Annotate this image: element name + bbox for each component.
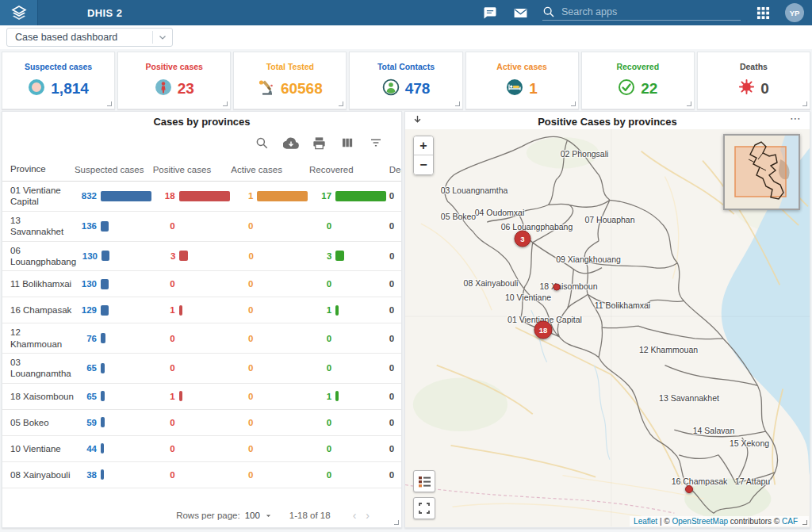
app-title: DHIS 2	[87, 7, 122, 19]
table-row: 03 Louangnamtha650000	[2, 354, 402, 384]
province-cell: 10 Vientiane	[2, 443, 75, 454]
value-bar	[101, 221, 109, 232]
mail-icon[interactable]	[512, 5, 528, 21]
kpi-title: Deaths	[740, 62, 768, 71]
search-apps-input[interactable]	[561, 6, 728, 17]
value-number: 0	[309, 334, 331, 343]
value-number: 0	[153, 444, 175, 454]
table-pagination: Rows per page: 100 1-18 of 18 ‹ ›	[176, 509, 374, 522]
table-columns-icon[interactable]	[340, 136, 355, 151]
map-title: Positive Cases by provinces	[405, 112, 810, 128]
recovered-cell: 0	[309, 418, 388, 427]
overview-minimap[interactable]	[723, 134, 800, 210]
card-resize-handle[interactable]	[571, 101, 576, 106]
active-cell: 0	[231, 444, 309, 454]
dashboard-bar: Case based dashboard	[0, 25, 812, 49]
value-number: 0	[231, 418, 253, 427]
osm-link[interactable]: OpenStreetMap	[672, 517, 728, 526]
search-icon	[542, 6, 555, 18]
value-bar	[101, 417, 105, 427]
dhis2-logo[interactable]	[0, 0, 38, 25]
case-cluster-marker[interactable]	[685, 485, 693, 493]
card-resize-handle[interactable]	[339, 101, 343, 106]
legend-list-icon	[418, 476, 431, 488]
map-legend-button[interactable]	[413, 470, 435, 492]
rows-per-page[interactable]: Rows per page: 100	[176, 511, 272, 520]
kpi-card[interactable]: Positive cases23	[117, 52, 231, 109]
value-number: 832	[75, 191, 97, 201]
active-cell: 0	[232, 251, 309, 261]
province-cell: 18 Xaisomboun	[2, 391, 75, 402]
positive-cell: 0	[153, 470, 232, 480]
active-cell: 1	[231, 191, 309, 201]
column-header[interactable]: Active cases	[231, 165, 309, 174]
value-bar	[179, 251, 188, 261]
kpi-card[interactable]: Total Tested60568	[233, 52, 347, 109]
column-header[interactable]: Province	[2, 163, 75, 174]
column-header[interactable]: Recovered	[309, 165, 388, 174]
selector-divider	[152, 31, 153, 44]
hospital-bed-icon	[506, 78, 523, 99]
table-download-icon[interactable]	[283, 136, 298, 151]
messages-icon[interactable]	[482, 5, 498, 21]
value-number: 0	[153, 334, 175, 343]
column-header[interactable]: Deaths	[388, 165, 402, 174]
provider-link[interactable]: CAF	[782, 517, 798, 526]
pagination-range: 1-18 of 18	[289, 511, 331, 520]
value-number: 18	[153, 191, 175, 201]
card-resize-handle[interactable]	[107, 101, 112, 106]
leaflet-link[interactable]: Leaflet	[634, 517, 657, 526]
apps-grid-icon[interactable]	[755, 5, 771, 21]
zoom-out-button[interactable]: −	[414, 155, 433, 174]
fullscreen-button[interactable]	[413, 497, 435, 519]
zoom-in-button[interactable]: +	[414, 136, 433, 155]
province-cell: 11 Bolikhamxai	[2, 278, 75, 289]
table-print-icon[interactable]	[312, 136, 327, 151]
value-bar	[335, 391, 339, 401]
active-cell: 0	[231, 334, 309, 343]
panel-resize-handle[interactable]	[394, 520, 399, 525]
kpi-value: 478	[405, 80, 431, 98]
table-filter-icon[interactable]	[369, 136, 384, 151]
map-download-icon[interactable]	[412, 114, 424, 127]
map-canvas[interactable]: 02 Phongsali03 Louangnamtha04 Oudomxai05…	[405, 129, 810, 527]
map-more-options-icon[interactable]: ⋯	[790, 112, 802, 124]
kpi-card[interactable]: Recovered22	[581, 52, 695, 109]
next-page-button[interactable]: ›	[361, 509, 374, 522]
province-cell: 03 Louangnamtha	[2, 357, 75, 380]
value-number: 59	[75, 418, 97, 427]
kpi-card[interactable]: Total Contacts478	[349, 52, 462, 109]
card-resize-handle[interactable]	[687, 101, 691, 106]
table-search-icon[interactable]	[255, 136, 270, 151]
contact-person-icon	[382, 78, 400, 99]
user-avatar[interactable]: YP	[785, 3, 804, 22]
card-resize-handle[interactable]	[802, 101, 807, 106]
column-header[interactable]: Positive cases	[153, 165, 232, 174]
value-number: 0	[231, 392, 253, 401]
value-number: 3	[309, 251, 331, 261]
table-row: 13 Savannakhet1360000	[2, 212, 402, 242]
case-cluster-marker[interactable]	[553, 284, 561, 291]
value-number: 130	[75, 251, 98, 261]
case-cluster-marker[interactable]: 3	[515, 231, 531, 247]
case-cluster-marker[interactable]: 18	[534, 321, 553, 339]
recovered-cell: 1	[309, 305, 388, 316]
table-row: 08 Xainyabouli380000	[2, 462, 402, 488]
suspected-cell: 76	[75, 333, 153, 343]
panel-resize-handle[interactable]	[802, 520, 807, 525]
column-header[interactable]: Suspected cases	[75, 165, 153, 174]
kpi-card[interactable]: Active cases1	[465, 52, 579, 109]
kpi-card[interactable]: Deaths0	[697, 52, 810, 109]
value-number: 17	[309, 191, 331, 201]
suspected-cell: 59	[75, 417, 153, 427]
prev-page-button[interactable]: ‹	[348, 509, 362, 522]
value-number: 0	[153, 363, 175, 373]
card-resize-handle[interactable]	[223, 101, 228, 106]
value-number: 0	[231, 279, 253, 289]
kpi-card[interactable]: Suspected cases1,814	[2, 52, 115, 109]
recovered-cell: 0	[309, 444, 388, 454]
chevron-down-icon	[158, 33, 167, 42]
card-resize-handle[interactable]	[455, 101, 460, 106]
dashboard-selector[interactable]: Case based dashboard	[6, 28, 173, 47]
deaths-cell: 0	[388, 470, 402, 480]
